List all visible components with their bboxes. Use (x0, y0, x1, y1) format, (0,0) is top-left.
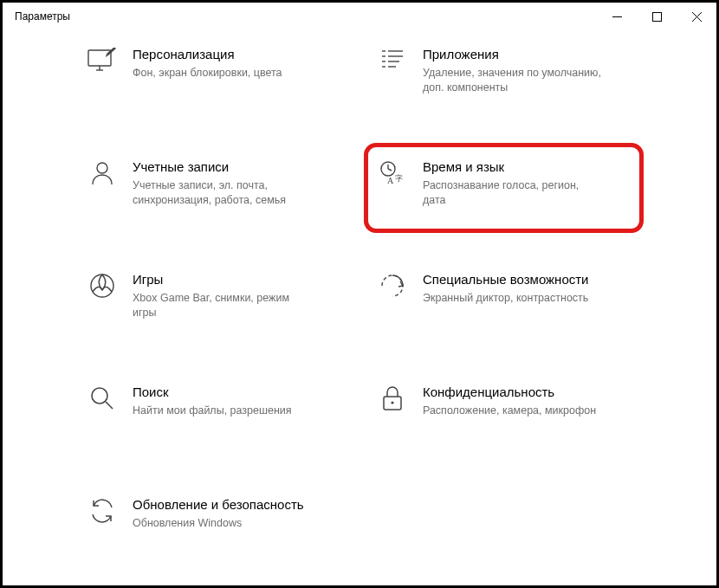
svg-point-15 (97, 163, 107, 173)
ease-of-access-icon (378, 273, 407, 302)
tile-apps[interactable]: Приложения Удаление, значения по умолчан… (372, 42, 637, 103)
settings-grid: Персонализация Фон, экран блокировки, цв… (82, 42, 637, 553)
close-icon (692, 12, 702, 22)
tile-search[interactable]: Поиск Найти мои файлы, разрешения (82, 380, 347, 441)
accounts-icon (87, 160, 117, 190)
tile-title: Специальные возможности (423, 272, 589, 288)
time-language-icon: A 字 (378, 160, 407, 190)
tile-time-language[interactable]: A 字 Время и язык Распознавание голоса, р… (372, 155, 637, 216)
tile-title: Учетные записи (133, 159, 314, 176)
maximize-icon (652, 12, 662, 22)
tile-desc: Удаление, значения по умолчанию, доп. ко… (423, 66, 605, 95)
close-button[interactable] (677, 3, 716, 30)
tile-title: Конфиденциальность (423, 384, 596, 401)
maximize-button[interactable] (637, 3, 677, 30)
tile-title: Приложения (423, 47, 605, 63)
gaming-icon (87, 273, 117, 302)
titlebar: Параметры (3, 3, 716, 30)
tile-desc: Расположение, камера, микрофон (423, 404, 596, 418)
minimize-button[interactable] (597, 3, 637, 30)
minimize-icon (612, 12, 622, 22)
window-title: Параметры (15, 10, 70, 23)
tile-desc: Учетные записи, эл. почта, синхронизация… (133, 178, 314, 208)
tile-ease-of-access[interactable]: Специальные возможности Экранный диктор,… (372, 268, 637, 328)
svg-text:字: 字 (395, 174, 403, 183)
tile-title: Обновление и безопасность (133, 497, 304, 514)
tile-privacy[interactable]: Конфиденциальность Расположение, камера,… (372, 380, 637, 441)
settings-content: Персонализация Фон, экран блокировки, цв… (3, 37, 716, 585)
tile-desc: Найти мои файлы, разрешения (133, 404, 292, 418)
tile-desc: Xbox Game Bar, снимки, режим игры (133, 291, 314, 320)
search-icon (87, 385, 117, 415)
tile-title: Поиск (133, 384, 292, 401)
tile-desc: Фон, экран блокировки, цвета (133, 66, 282, 81)
tile-desc: Обновления Windows (133, 516, 304, 531)
svg-text:A: A (387, 176, 394, 185)
tile-personalization[interactable]: Персонализация Фон, экран блокировки, цв… (82, 42, 347, 103)
tile-update-security[interactable]: Обновление и безопасность Обновления Win… (82, 493, 347, 553)
personalization-icon (87, 48, 117, 77)
settings-window: Параметры (0, 0, 719, 588)
window-controls (597, 3, 716, 30)
apps-icon (378, 48, 407, 77)
svg-point-22 (92, 388, 107, 404)
tile-desc: Экранный диктор, контрастность (423, 291, 589, 306)
tile-gaming[interactable]: Игры Xbox Game Bar, снимки, режим игры (82, 268, 347, 328)
svg-rect-4 (88, 50, 111, 66)
svg-line-18 (388, 169, 392, 171)
svg-point-25 (391, 401, 393, 404)
update-security-icon (87, 498, 117, 527)
privacy-icon (378, 385, 407, 415)
svg-line-23 (106, 402, 113, 409)
svg-point-21 (91, 275, 113, 297)
tile-desc: Распознавание голоса, регион, дата (423, 178, 605, 208)
tile-title: Персонализация (133, 47, 282, 63)
tile-title: Игры (133, 272, 314, 288)
tile-title: Время и язык (423, 159, 605, 176)
svg-rect-1 (652, 12, 661, 21)
tile-accounts[interactable]: Учетные записи Учетные записи, эл. почта… (82, 155, 347, 216)
